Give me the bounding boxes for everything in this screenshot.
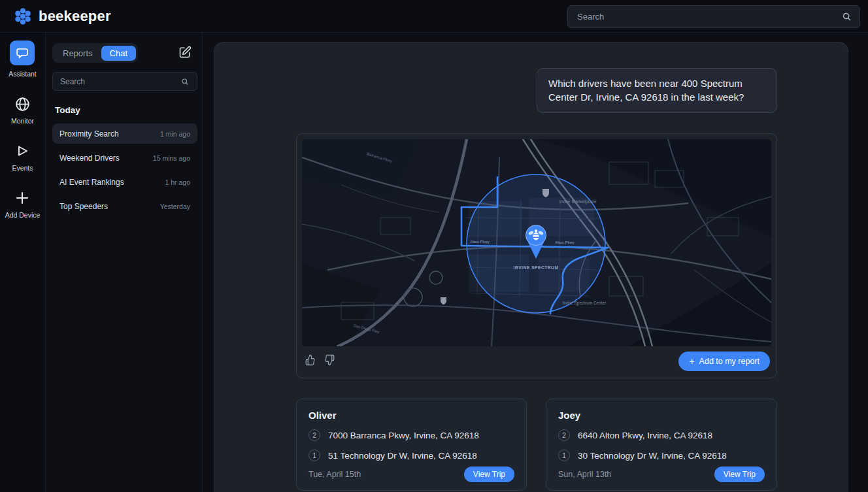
stop-address: 30 Technology Dr W, Irvine, CA 92618 xyxy=(578,451,727,461)
add-to-report-label: Add to my report xyxy=(699,357,760,366)
response-footer: + Add to my report xyxy=(297,346,776,378)
stop-count-badge: 2 xyxy=(558,429,570,441)
driver-name: Joey xyxy=(558,410,765,421)
section-heading-today: Today xyxy=(55,105,80,115)
search-icon xyxy=(842,12,852,22)
nav-label: Add Device xyxy=(5,211,41,219)
conversation-time: 1 min ago xyxy=(160,130,190,138)
tab-reports[interactable]: Reports xyxy=(54,46,101,61)
driver-card-joey: Joey 2 6640 Alton Pkwy, Irvine, CA 92618… xyxy=(546,399,777,491)
conversation-title: Weekend Drivers xyxy=(59,154,120,163)
nav-item-monitor[interactable]: Monitor xyxy=(11,95,34,125)
stop-count-badge: 2 xyxy=(309,429,320,441)
global-search-input[interactable] xyxy=(568,12,842,22)
chat-bubble-icon xyxy=(10,41,35,65)
user-message-bubble: Which drivers have been near 400 Spectru… xyxy=(537,68,777,113)
view-trip-button[interactable]: View Trip xyxy=(714,467,765,482)
new-chat-icon[interactable] xyxy=(178,46,192,59)
play-icon xyxy=(14,142,31,159)
stop-row: 1 51 Technology Dr W, Irvine, CA 92618 xyxy=(309,450,514,461)
main-area: Which drivers have been near 400 Spectru… xyxy=(203,33,868,492)
history-search-input[interactable] xyxy=(53,77,181,86)
add-to-report-button[interactable]: + Add to my report xyxy=(678,352,770,371)
conversation-title: AI Event Rankings xyxy=(59,178,124,187)
trip-date: Sun, April 13th xyxy=(558,470,611,479)
conversation-title: Top Speeders xyxy=(59,202,108,211)
tab-chat[interactable]: Chat xyxy=(101,46,136,61)
search-icon xyxy=(181,78,189,86)
conversation-time: Yesterday xyxy=(160,203,190,210)
history-panel: Reports Chat Today Proximity Search 1 mi… xyxy=(46,33,203,492)
global-search xyxy=(567,5,860,28)
chat-thread-card: Which drivers have been near 400 Spectru… xyxy=(214,42,848,492)
map-label-marketplace: Irvine Marketplace xyxy=(559,199,596,205)
nav-item-add-device[interactable]: Add Device xyxy=(5,189,41,219)
stop-count-badge: 1 xyxy=(558,450,570,461)
thumbs-up-icon[interactable] xyxy=(305,354,316,366)
driver-name: Oliver xyxy=(309,410,514,421)
stop-row: 2 6640 Alton Pkwy, Irvine, CA 92618 xyxy=(558,429,765,441)
plus-icon xyxy=(14,189,31,206)
nav-item-assistant[interactable]: Assistant xyxy=(8,41,37,78)
app-name: beekeeper xyxy=(39,8,111,25)
map-label-alton-left: Alton Pkwy xyxy=(470,240,490,244)
conversation-time: 15 mins ago xyxy=(153,154,190,162)
beekeeper-dots-icon xyxy=(13,7,33,26)
nav-item-events[interactable]: Events xyxy=(12,142,33,172)
driver-card-oliver: Oliver 2 7000 Barranca Pkwy, Irvine, CA … xyxy=(296,399,527,491)
map-label-alton-right: Alton Pkwy xyxy=(555,240,575,244)
top-bar: beekeeper xyxy=(0,0,868,33)
plus-icon: + xyxy=(689,356,694,367)
conversation-list: Proximity Search 1 min ago Weekend Drive… xyxy=(52,123,197,220)
nav-label: Assistant xyxy=(8,70,37,78)
conversation-time: 1 hr ago xyxy=(165,178,190,186)
map-label-spectrum-center: Irvine Spectrum Center xyxy=(563,301,607,306)
nav-label: Monitor xyxy=(11,117,34,125)
thumbs-down-icon[interactable] xyxy=(324,354,335,366)
map-label-irvine-spectrum: IRVINE SPECTRUM xyxy=(514,265,559,270)
trip-date: Tue, April 15th xyxy=(309,470,361,479)
view-trip-button[interactable]: View Trip xyxy=(464,467,514,482)
history-search xyxy=(52,72,197,91)
stop-row: 1 30 Technology Dr W, Irvine, CA 92618 xyxy=(558,450,765,461)
stop-address: 7000 Barranca Pkwy, Irvine, CA 92618 xyxy=(328,431,479,440)
conversation-item[interactable]: Top Speeders Yesterday xyxy=(52,196,197,216)
stop-address: 6640 Alton Pkwy, Irvine, CA 92618 xyxy=(578,431,712,440)
assistant-response-card: Irvine Marketplace IRVINE SPECTRUM Irvin… xyxy=(296,133,777,378)
stop-count-badge: 1 xyxy=(309,450,320,461)
reports-chat-toggle: Reports Chat xyxy=(52,43,138,63)
nav-label: Events xyxy=(12,164,33,172)
conversation-item[interactable]: AI Event Rankings 1 hr ago xyxy=(52,172,197,192)
stop-address: 51 Technology Dr W, Irvine, CA 92618 xyxy=(328,451,477,461)
globe-icon xyxy=(14,95,31,112)
nav-rail: Assistant Monitor Events Add Device xyxy=(0,33,46,492)
proximity-map[interactable]: Irvine Marketplace IRVINE SPECTRUM Irvin… xyxy=(302,139,771,346)
conversation-item[interactable]: Proximity Search 1 min ago xyxy=(52,123,197,144)
app-logo[interactable]: beekeeper xyxy=(0,7,111,26)
conversation-title: Proximity Search xyxy=(59,129,119,139)
stop-row: 2 7000 Barranca Pkwy, Irvine, CA 92618 xyxy=(309,429,514,441)
conversation-item[interactable]: Weekend Drivers 15 mins ago xyxy=(52,148,197,168)
